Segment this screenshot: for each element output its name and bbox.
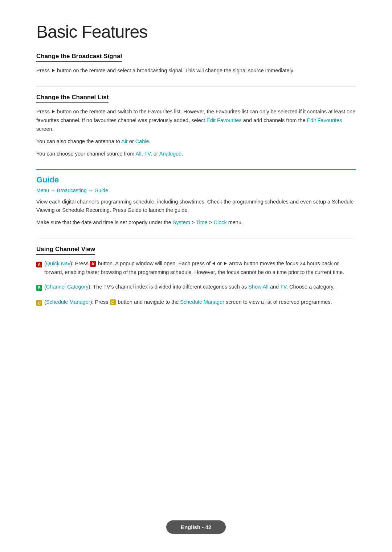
channel-category-link[interactable]: Channel Category	[46, 284, 89, 290]
breadcrumb-arrow-2: →	[88, 188, 94, 193]
btn-red-a: A	[36, 262, 42, 267]
btn-green-b: B	[36, 285, 42, 291]
breadcrumb-arrow-1: →	[50, 188, 57, 193]
arrow-right-icon-2	[52, 110, 55, 113]
footer-badge: English - 42	[166, 520, 226, 534]
channel-view-item-a: A (Quick Nav): Press A button. A popup w…	[36, 259, 356, 277]
time-link[interactable]: Time	[196, 219, 208, 225]
analogue-link[interactable]: Analogue	[159, 151, 181, 157]
broadcast-signal-body: Press button on the remote and select a …	[36, 67, 356, 75]
page-container: Basic Features Change the Broadcast Sign…	[0, 0, 392, 362]
guide-heading: Guide	[36, 175, 356, 185]
channel-view-heading: Using Channel View	[36, 246, 95, 255]
btn-yellow-c-inline: C	[110, 299, 116, 305]
broadcast-signal-heading: Change the Broadcast Signal	[36, 53, 122, 62]
channel-list-section: Change the Channel List Press button on …	[36, 94, 356, 158]
footer: English - 42	[0, 520, 392, 534]
guide-divider	[36, 169, 356, 170]
quick-nav-link[interactable]: Quick Nav	[46, 261, 70, 266]
page-title: Basic Features	[36, 22, 356, 42]
breadcrumb-menu[interactable]: Menu	[36, 188, 49, 193]
guide-body1: View each digital channel's programming …	[36, 198, 356, 215]
cable-link[interactable]: Cable	[135, 138, 149, 144]
guide-breadcrumb: Menu → Broadcasting → Guide	[36, 188, 356, 193]
breadcrumb-guide[interactable]: Guide	[94, 188, 108, 193]
channel-view-c-text: (Schedule Manager): Press C button and n…	[44, 298, 332, 307]
btn-c-wrapper: C	[36, 299, 43, 307]
divider-1	[36, 86, 356, 86]
divider-2	[36, 238, 356, 238]
btn-a-wrapper: A	[36, 260, 43, 269]
channel-list-body2: You can also change the antenna to Air o…	[36, 137, 356, 146]
system-link[interactable]: System	[173, 219, 190, 225]
channel-list-body1: Press button on the remote and switch to…	[36, 108, 356, 134]
channel-view-item-b: B (Channel Category): The TV's channel i…	[36, 283, 356, 292]
guide-body2: Make sure that the date and time is set …	[36, 218, 356, 227]
guide-section: Guide Menu → Broadcasting → Guide View e…	[36, 169, 356, 227]
channel-view-a-text: (Quick Nav): Press A button. A popup win…	[44, 259, 356, 277]
schedule-manager-link-2[interactable]: Schedule Manager	[180, 299, 224, 305]
clock-link[interactable]: Clock	[213, 219, 226, 225]
btn-b-wrapper: B	[36, 283, 43, 292]
arrow-right-icon	[52, 69, 55, 72]
schedule-manager-link-1[interactable]: Schedule Manager	[46, 299, 90, 305]
show-all-link[interactable]: Show All	[248, 284, 269, 290]
btn-red-a-inline: A	[90, 261, 96, 267]
edit-favourites-link-2[interactable]: Edit Favourites	[307, 117, 342, 123]
channel-view-item-c: C (Schedule Manager): Press C button and…	[36, 298, 356, 307]
air-link[interactable]: Air	[121, 138, 128, 144]
channel-view-section: Using Channel View A (Quick Nav): Press …	[36, 246, 356, 307]
tv-link-2[interactable]: TV	[280, 284, 286, 290]
edit-favourites-link-1[interactable]: Edit Favourites	[207, 117, 242, 123]
breadcrumb-broadcasting[interactable]: Broadcasting	[57, 188, 87, 193]
arrow-left-icon	[212, 262, 215, 265]
channel-view-b-text: (Channel Category): The TV's channel ind…	[44, 283, 335, 291]
arrow-right-icon-3	[224, 262, 227, 265]
btn-yellow-c: C	[36, 300, 42, 306]
channel-list-body3: You can choose your channel source from …	[36, 150, 356, 158]
broadcast-signal-section: Change the Broadcast Signal Press button…	[36, 53, 356, 75]
all-link[interactable]: All	[136, 151, 142, 157]
channel-list-heading: Change the Channel List	[36, 94, 109, 103]
tv-link[interactable]: TV	[144, 151, 150, 157]
